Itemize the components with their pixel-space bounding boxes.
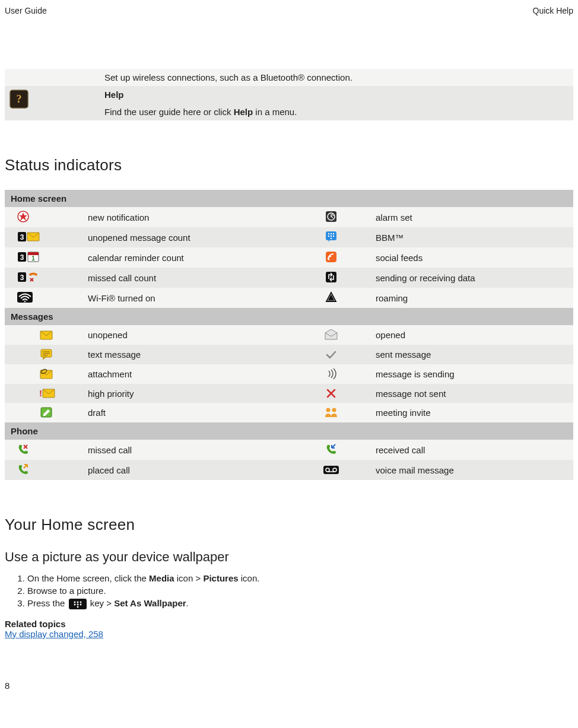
opened-msg-icon bbox=[325, 328, 338, 341]
header-right: Quick Help bbox=[533, 6, 573, 15]
svg-text:?: ? bbox=[17, 93, 22, 105]
meeting-invite-label: meeting invite bbox=[370, 403, 573, 422]
status-indicators-table: Home screen new notification alarm set 3… bbox=[5, 190, 573, 480]
intro-table: Set up wireless connections, such as a B… bbox=[5, 69, 573, 120]
placed-call-icon bbox=[17, 463, 30, 476]
step1-mid: icon > bbox=[174, 573, 204, 583]
step3-post: . bbox=[186, 598, 189, 608]
step1-b1: Media bbox=[149, 573, 174, 583]
missed-call-count-label: missed call count bbox=[82, 268, 293, 288]
home-screen-heading: Your Home screen bbox=[5, 516, 573, 534]
svg-text:3: 3 bbox=[20, 253, 24, 262]
high-priority-icon: ! bbox=[37, 387, 55, 400]
step1-pre: On the Home screen, click the bbox=[27, 573, 149, 583]
not-sent-label: message not sent bbox=[370, 384, 573, 403]
page-number: 8 bbox=[5, 681, 573, 691]
svg-point-50 bbox=[77, 604, 78, 606]
calendar-count-label: calendar reminder count bbox=[82, 247, 293, 268]
attachment-label: attachment bbox=[82, 364, 293, 384]
step-3: Press the key > Set As Wallpaper. bbox=[27, 597, 573, 611]
help-body-post: in a menu. bbox=[253, 107, 297, 117]
help-body: Find the user guide here or click Help i… bbox=[100, 103, 573, 120]
step1-b2: Pictures bbox=[203, 573, 238, 583]
sent-msg-icon bbox=[325, 348, 338, 361]
draft-label: draft bbox=[82, 403, 293, 422]
draft-icon bbox=[40, 406, 53, 419]
blackberry-key-icon bbox=[69, 599, 87, 609]
svg-point-51 bbox=[80, 604, 81, 606]
header-left: User Guide bbox=[5, 6, 47, 15]
step1-post: icon. bbox=[239, 573, 260, 583]
phone-header: Phone bbox=[5, 422, 573, 440]
social-feeds-icon bbox=[325, 250, 338, 263]
messages-header: Messages bbox=[5, 308, 573, 325]
calendar-count-icon: 31 bbox=[17, 250, 40, 263]
svg-point-52 bbox=[77, 606, 78, 608]
missed-call-icon bbox=[17, 443, 30, 456]
svg-point-13 bbox=[328, 236, 329, 237]
svg-point-46 bbox=[74, 602, 75, 603]
wifi-label: Wi-Fi® turned on bbox=[82, 288, 293, 308]
received-call-label: received call bbox=[370, 440, 573, 460]
data-transfer-icon bbox=[325, 271, 338, 284]
bbm-label: BBM™ bbox=[370, 227, 573, 247]
wifi-icon bbox=[17, 291, 33, 304]
help-icon: ? bbox=[9, 90, 28, 109]
svg-point-10 bbox=[328, 233, 329, 234]
opened-label: opened bbox=[370, 325, 573, 345]
bbm-icon bbox=[325, 230, 338, 243]
wallpaper-steps: On the Home screen, click the Media icon… bbox=[27, 572, 573, 611]
voicemail-icon bbox=[323, 463, 339, 476]
help-body-bold: Help bbox=[234, 107, 253, 117]
related-link[interactable]: My display changed, 258 bbox=[5, 629, 103, 639]
unopened-label: unopened bbox=[82, 325, 293, 345]
sending-label: message is sending bbox=[370, 364, 573, 384]
attachment-icon bbox=[40, 367, 53, 380]
svg-text:3: 3 bbox=[20, 274, 24, 282]
svg-point-14 bbox=[331, 236, 332, 237]
step-2: Browse to a picture. bbox=[27, 584, 573, 597]
svg-text:3: 3 bbox=[20, 233, 24, 241]
step3-b: Set As Wallpaper bbox=[114, 598, 186, 608]
new-notification-label: new notification bbox=[82, 207, 293, 227]
svg-point-12 bbox=[333, 233, 334, 234]
page-header: User Guide Quick Help bbox=[5, 6, 573, 15]
svg-point-16 bbox=[331, 238, 332, 239]
svg-text:!: ! bbox=[39, 389, 42, 398]
placed-call-label: placed call bbox=[82, 460, 293, 480]
svg-point-48 bbox=[80, 602, 81, 603]
step-1: On the Home screen, click the Media icon… bbox=[27, 572, 573, 584]
svg-point-15 bbox=[333, 236, 334, 237]
setup-text: Set up wireless connections, such as a B… bbox=[100, 69, 573, 86]
svg-point-11 bbox=[331, 233, 332, 234]
notification-icon bbox=[17, 210, 30, 223]
roaming-icon bbox=[325, 291, 338, 304]
high-priority-label: high priority bbox=[82, 384, 293, 403]
alarm-set-label: alarm set bbox=[370, 207, 573, 227]
svg-point-40 bbox=[332, 408, 336, 412]
related-topics-label: Related topics bbox=[5, 619, 573, 629]
svg-point-47 bbox=[77, 602, 78, 603]
unopened-count-icon: 3 bbox=[17, 230, 40, 243]
meeting-invite-icon bbox=[324, 406, 338, 419]
unopened-msg-icon bbox=[40, 329, 53, 342]
help-body-pre: Find the user guide here or click bbox=[104, 107, 234, 117]
missed-call-label: missed call bbox=[82, 440, 293, 460]
text-msg-icon bbox=[40, 348, 53, 361]
svg-text:1: 1 bbox=[31, 255, 35, 262]
unopened-count-label: unopened message count bbox=[82, 227, 293, 247]
sent-msg-label: sent message bbox=[370, 345, 573, 364]
svg-point-49 bbox=[74, 604, 75, 606]
step3-mid: key > bbox=[88, 598, 115, 608]
not-sent-icon bbox=[325, 387, 338, 400]
missed-call-count-icon: 3 bbox=[17, 271, 40, 284]
text-msg-label: text message bbox=[82, 345, 293, 364]
received-call-icon bbox=[325, 443, 338, 456]
wallpaper-subheading: Use a picture as your device wallpaper bbox=[5, 549, 573, 565]
voicemail-label: voice mail message bbox=[370, 460, 573, 480]
home-screen-header: Home screen bbox=[5, 190, 573, 207]
status-indicators-heading: Status indicators bbox=[5, 156, 573, 174]
svg-point-28 bbox=[24, 301, 26, 302]
step3-pre: Press the bbox=[27, 598, 68, 608]
social-feeds-label: social feeds bbox=[370, 247, 573, 268]
